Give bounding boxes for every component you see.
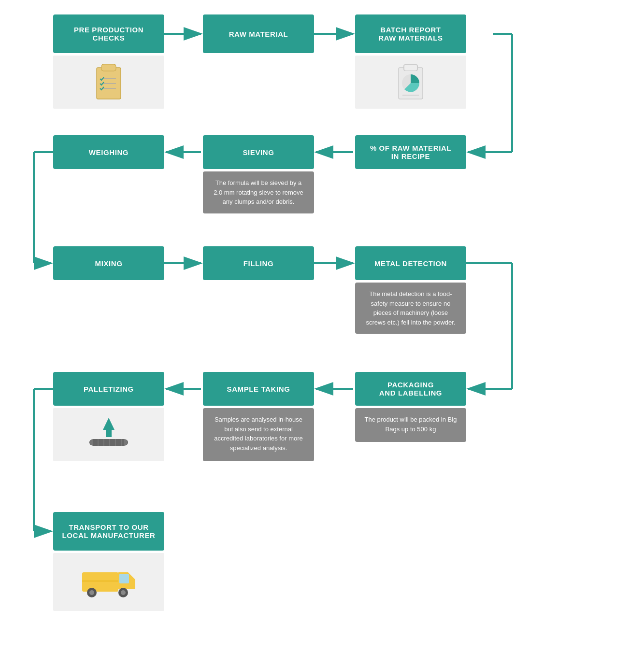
svg-rect-2 — [101, 64, 116, 71]
metal-detection-description: The metal detection is a food-safety mea… — [355, 283, 466, 334]
sieving-box: SIEVING — [203, 135, 314, 169]
svg-point-24 — [89, 590, 94, 595]
sieving-description: The formula will be sieved by a 2.0 mm r… — [203, 171, 314, 213]
palletizing-icon-box — [53, 408, 164, 461]
batch-report-icon-box — [355, 56, 466, 109]
svg-rect-21 — [82, 572, 118, 592]
pre-production-box: PRE PRODUCTIONCHECKS — [53, 14, 164, 53]
batch-report-box: BATCH REPORTRAW MATERIALS — [355, 14, 466, 53]
palletizing-box: PALLETIZING — [53, 372, 164, 406]
sample-taking-description: Samples are analysed in-house but also s… — [203, 408, 314, 461]
svg-rect-22 — [119, 574, 129, 583]
svg-point-26 — [121, 590, 126, 595]
flow-diagram: PRE PRODUCTIONCHECKS RAW MATERIAL BATCH … — [0, 0, 644, 652]
raw-material-box: RAW MATERIAL — [203, 14, 314, 53]
filling-box: FILLING — [203, 246, 314, 280]
transport-box: TRANSPORT TO OURLOCAL MANUFACTURER — [53, 512, 164, 551]
svg-marker-11 — [103, 418, 114, 437]
transport-icon-box — [53, 553, 164, 611]
pre-production-icon-box — [53, 56, 164, 109]
raw-material-percent-box: % OF RAW MATERIALIN RECIPE — [355, 135, 466, 169]
weighing-box: WEIGHING — [53, 135, 164, 169]
packaging-description: The product will be packed in Big Bags u… — [355, 408, 466, 442]
metal-detection-box: METAL DETECTION — [355, 246, 466, 280]
mixing-box: MIXING — [53, 246, 164, 280]
svg-rect-8 — [404, 65, 417, 71]
packaging-labelling-box: PACKAGINGAND LABELLING — [355, 372, 466, 406]
sample-taking-box: SAMPLE TAKING — [203, 372, 314, 406]
